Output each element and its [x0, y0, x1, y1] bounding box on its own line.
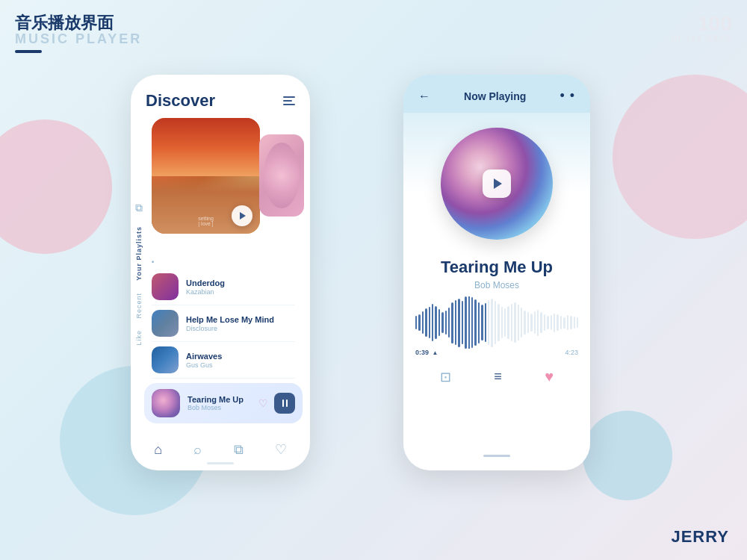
waveform-bar[interactable]: [462, 301, 463, 344]
track-item-airwaves[interactable]: Airwaves Gus Gus: [152, 342, 295, 379]
waveform-bar[interactable]: [567, 315, 568, 330]
waveform-bar[interactable]: [524, 311, 525, 335]
active-track[interactable]: Tearing Me Up Bob Moses ♡: [144, 383, 303, 423]
sidebar-tab-like[interactable]: Like: [134, 327, 144, 349]
waveform-bar[interactable]: [537, 310, 539, 336]
waveform-bar[interactable]: [415, 316, 417, 329]
track-item-underdog[interactable]: Underdog Kazabian: [152, 269, 295, 305]
waveform-bar[interactable]: [504, 308, 506, 337]
track-artist-help: Disclosure: [186, 325, 295, 332]
playlist-card-main[interactable]: setting| love |: [152, 118, 260, 234]
options-menu[interactable]: • •: [560, 88, 575, 104]
waveform-bar[interactable]: [445, 311, 447, 335]
bg-circle-pink: [0, 119, 112, 254]
track-thumb-airwaves: [152, 346, 179, 373]
waveform-bar[interactable]: [577, 317, 578, 328]
album-art: [441, 128, 553, 240]
album-art-container: [403, 113, 590, 247]
pause-bar-2: [286, 399, 288, 407]
waveform-bar[interactable]: [468, 296, 470, 349]
waveform-bar[interactable]: [547, 316, 548, 329]
time-row: 0:39 ▲ 4:23: [403, 349, 590, 356]
active-controls: ♡: [258, 393, 295, 414]
album-play-icon: [494, 178, 502, 189]
nav-search[interactable]: ⌕: [193, 442, 202, 458]
waveform-bar[interactable]: [418, 314, 420, 331]
heart-button[interactable]: ♡: [258, 397, 268, 409]
waveform-bar[interactable]: [441, 312, 443, 333]
favorite-heart-icon[interactable]: ♥: [545, 368, 554, 385]
waveform-bar[interactable]: [471, 297, 473, 348]
waveform-bar[interactable]: [501, 307, 503, 338]
waveform-bar[interactable]: [429, 307, 430, 338]
playlist-section: setting| love |: [131, 118, 310, 252]
waveform-bar[interactable]: [455, 300, 456, 345]
waveform-bar[interactable]: [451, 302, 453, 343]
track-artist-airwaves: Gus Gus: [186, 361, 295, 369]
waveform-bar[interactable]: [481, 305, 483, 340]
waveform-bar[interactable]: [478, 302, 480, 343]
crop-icon[interactable]: ⊡: [440, 369, 451, 385]
waveform-bar[interactable]: [425, 308, 427, 337]
waveform-bar[interactable]: [514, 302, 515, 343]
waveform-bar[interactable]: [570, 316, 571, 329]
back-button[interactable]: ←: [418, 90, 430, 103]
waveform-bar[interactable]: [438, 309, 440, 336]
active-track-artist: Bob Moses: [187, 404, 258, 411]
track-info-airwaves: Airwaves Gus Gus: [186, 352, 295, 369]
waveform-bar[interactable]: [530, 314, 532, 332]
active-info: Tearing Me Up Bob Moses: [187, 395, 258, 411]
waveform-bar[interactable]: [474, 299, 476, 346]
waveform-bar[interactable]: [527, 312, 529, 333]
waveform-bar[interactable]: [518, 305, 519, 340]
waveform-bar[interactable]: [422, 311, 424, 334]
hamburger-line-1: [283, 96, 295, 98]
waveform-bar[interactable]: [574, 317, 575, 329]
time-total: 4:23: [565, 349, 578, 356]
nav-indicator: [207, 462, 234, 464]
current-time-value: 0:39: [415, 349, 429, 356]
waveform[interactable]: [403, 296, 590, 349]
pause-icon: [282, 399, 288, 407]
menu-icon[interactable]: [283, 96, 295, 105]
waveform-bar[interactable]: [521, 308, 522, 337]
playlist-card-second[interactable]: [259, 134, 304, 217]
nav-home[interactable]: ⌂: [154, 442, 162, 458]
active-track-name: Tearing Me Up: [187, 395, 258, 404]
nav-heart[interactable]: ♡: [275, 441, 287, 458]
playlist-play-button[interactable]: [232, 205, 252, 226]
waveform-bar[interactable]: [534, 311, 536, 334]
hamburger-line-3: [283, 104, 295, 105]
waveform-bar[interactable]: [540, 312, 542, 333]
track-thumb-underdog: [152, 273, 179, 300]
waveform-bar[interactable]: [435, 306, 436, 339]
track-item-help[interactable]: Help Me Lose My Mind Disclosure: [152, 305, 295, 342]
track-main-artist: Bob Moses: [418, 280, 575, 290]
waveform-bar[interactable]: [544, 314, 545, 331]
waveform-bar[interactable]: [491, 299, 492, 347]
waveform-bar[interactable]: [432, 304, 433, 341]
nav-playlist[interactable]: ⧉: [234, 442, 244, 458]
waveform-bar[interactable]: [563, 317, 565, 329]
waveform-bar[interactable]: [448, 308, 450, 337]
waveform-bar[interactable]: [485, 303, 486, 342]
waveform-bar[interactable]: [511, 304, 512, 341]
waveform-bar[interactable]: [498, 304, 499, 341]
waveform-bar[interactable]: [488, 300, 489, 345]
waveform-bar[interactable]: [495, 301, 496, 344]
waveform-bar[interactable]: [465, 296, 466, 349]
album-play-button[interactable]: [483, 169, 511, 198]
header: 音乐播放界面 MUSIC PLAYER: [15, 13, 142, 53]
pause-button[interactable]: [274, 393, 295, 414]
equalizer-icon[interactable]: ≡: [494, 369, 502, 385]
waveform-bar[interactable]: [560, 316, 562, 329]
waveform-bar[interactable]: [458, 299, 459, 347]
time-arrow-icon: ▲: [433, 349, 438, 356]
waveform-bar[interactable]: [507, 306, 509, 339]
thumb-airwaves-bg: [152, 346, 179, 373]
waveform-bar[interactable]: [554, 314, 555, 332]
sidebar-tab-recent[interactable]: Recent: [134, 290, 144, 322]
track-info-help: Help Me Lose My Mind Disclosure: [186, 315, 295, 332]
waveform-bar[interactable]: [551, 315, 552, 330]
waveform-bar[interactable]: [557, 314, 558, 331]
